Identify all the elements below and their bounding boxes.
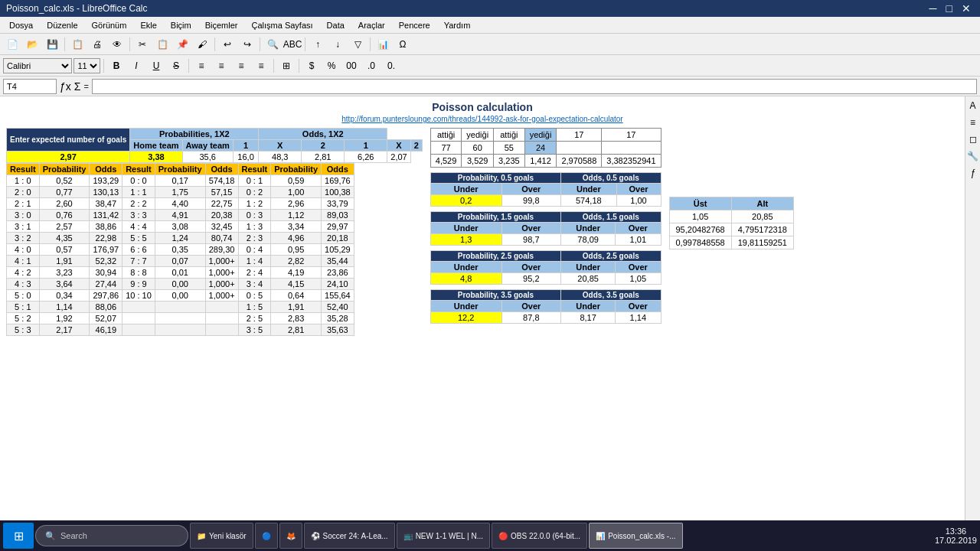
- search-btn[interactable]: 🔍: [263, 36, 282, 53]
- sum-btn[interactable]: Σ: [74, 80, 81, 93]
- menu-bicim[interactable]: Biçim: [165, 19, 198, 31]
- odds-15-over: 1,01: [616, 234, 661, 246]
- minimize-button[interactable]: ─: [926, 2, 940, 15]
- menu-ekle[interactable]: Ekle: [134, 19, 162, 31]
- table-row: 3 : 24,3522,98 5 : 51,2480,74 2 : 34,962…: [7, 233, 354, 244]
- menu-pencere[interactable]: Pencere: [393, 19, 436, 31]
- italic-btn[interactable]: I: [127, 57, 145, 74]
- cell-ref-input[interactable]: [3, 79, 57, 94]
- menu-yardim[interactable]: Yardım: [438, 19, 477, 31]
- save-btn[interactable]: 💾: [43, 36, 61, 53]
- table-row: 2 : 00,77130,13 1 : 11,7557,15 0 : 21,00…: [7, 187, 354, 198]
- over-h3: Over: [501, 223, 561, 234]
- menu-bar: Dosya Düzenle Görünüm Ekle Biçim Biçemle…: [0, 17, 980, 34]
- percent-btn[interactable]: %: [322, 57, 341, 74]
- menu-duzenle[interactable]: Düzenle: [41, 19, 83, 31]
- odds-h3: Odds: [322, 164, 354, 175]
- under-h: Under: [430, 184, 501, 195]
- taskbar-soccer[interactable]: ⚽ Soccer 24: A-Lea...: [304, 523, 395, 549]
- taskbar-obs[interactable]: 🔴 OBS 22.0.0 (64-bit...: [492, 523, 587, 549]
- justify-btn[interactable]: ≡: [252, 57, 270, 74]
- page-link[interactable]: http://forum.punterslounge.com/threads/1…: [6, 115, 959, 123]
- font-size-select[interactable]: 11: [74, 58, 100, 73]
- currency-btn[interactable]: $: [302, 57, 321, 74]
- sep7: [103, 59, 104, 73]
- maximize-button[interactable]: □: [943, 2, 956, 15]
- close-button[interactable]: ✕: [959, 2, 974, 15]
- extra-2-alt: 4,795172318: [731, 223, 793, 236]
- table-row: 1 : 00,52193,29 0 : 00,17574,18 0 : 10,5…: [7, 175, 354, 187]
- underline-btn[interactable]: U: [147, 57, 165, 74]
- filter-btn[interactable]: ▽: [348, 36, 367, 53]
- decimal-inc-btn[interactable]: .0: [362, 57, 381, 74]
- print-btn[interactable]: 🖨: [88, 36, 106, 53]
- sort-desc-btn[interactable]: ↓: [328, 36, 347, 53]
- taskbar-new-1[interactable]: 📺 NEW 1-1 WEL | N...: [397, 523, 490, 549]
- align-right-btn[interactable]: ≡: [232, 57, 250, 74]
- function-wizard-btn[interactable]: ƒx: [60, 80, 71, 93]
- menu-dosya[interactable]: Dosya: [3, 19, 39, 31]
- table-row: 5 : 00,34297,86 10 : 100,001,000+ 0 : 50…: [7, 290, 354, 302]
- under-h7: Under: [430, 301, 501, 312]
- spellcheck-btn[interactable]: ABC: [283, 36, 302, 53]
- bold-btn[interactable]: B: [107, 57, 126, 74]
- under-h3: Under: [430, 223, 501, 234]
- home-value[interactable]: 2,97: [7, 152, 130, 163]
- taskbar-explorer[interactable]: 📁 Yeni klasör: [190, 523, 253, 549]
- menu-calisma[interactable]: Çalışma Sayfası: [246, 19, 319, 31]
- align-left-btn[interactable]: ≡: [192, 57, 211, 74]
- window-controls: ─ □ ✕: [926, 2, 974, 15]
- stat-empty2: [602, 142, 661, 155]
- merge-btn[interactable]: ⊞: [277, 57, 296, 74]
- thousands-btn[interactable]: 00: [342, 57, 361, 74]
- odds-35-title: Odds, 3.5 goals: [561, 290, 661, 301]
- away-value[interactable]: 3,38: [130, 152, 182, 163]
- result-h2: Result: [122, 164, 155, 175]
- open-btn[interactable]: 📂: [23, 36, 41, 53]
- prob-25-title: Probability, 2.5 goals: [430, 251, 560, 262]
- undo-btn[interactable]: ↩: [218, 36, 237, 53]
- prob-table-25: Probability, 2.5 goals Odds, 2.5 goals U…: [430, 250, 662, 285]
- start-button[interactable]: ⊞: [3, 523, 34, 549]
- odds-05-under: 574,18: [561, 195, 616, 207]
- stats-table: attiği yediği attiği yediği 17 17 77 60 …: [430, 128, 662, 168]
- clock-date: 17.02.2019: [935, 536, 977, 545]
- stat-attigi1: attiği: [430, 129, 462, 142]
- copy-btn[interactable]: 📋: [153, 36, 172, 53]
- col1a: 1: [233, 140, 258, 152]
- pdf-btn[interactable]: 📋: [68, 36, 87, 53]
- cut-btn[interactable]: ✂: [133, 36, 152, 53]
- equals-btn[interactable]: =: [83, 82, 88, 91]
- taskbar-libreoffice[interactable]: 📊 Poisson_calc.xls -...: [589, 523, 682, 549]
- oddsX: 6,26: [345, 152, 387, 163]
- decimal-dec-btn[interactable]: 0.: [382, 57, 400, 74]
- sidebar-icon-fx[interactable]: ƒ: [967, 167, 979, 179]
- paste-btn[interactable]: 📌: [173, 36, 191, 53]
- menu-araclar[interactable]: Araçlar: [352, 19, 391, 31]
- sidebar-icon-1[interactable]: A: [967, 99, 979, 112]
- formula-input[interactable]: 24: [92, 79, 977, 94]
- chart-btn[interactable]: 📊: [374, 36, 392, 53]
- menu-bicemler[interactable]: Biçemler: [199, 19, 244, 31]
- taskbar-blue[interactable]: 🔵: [255, 523, 278, 549]
- stat-24[interactable]: 24: [524, 142, 557, 155]
- extra-3-alt: 19,81159251: [731, 236, 793, 249]
- align-center-btn[interactable]: ≡: [212, 57, 230, 74]
- menu-data[interactable]: Data: [321, 19, 351, 31]
- menu-gorunum[interactable]: Görünüm: [86, 19, 133, 31]
- taskbar-search[interactable]: 🔍 Search: [35, 525, 188, 546]
- sidebar-icon-2[interactable]: ≡: [967, 116, 979, 129]
- new-btn[interactable]: 📄: [3, 36, 21, 53]
- special-char-btn[interactable]: Ω: [394, 36, 412, 53]
- taskbar-firefox[interactable]: 🦊: [279, 523, 302, 549]
- font-family-select[interactable]: Calibri: [3, 58, 72, 73]
- sidebar-icon-3[interactable]: ◻: [967, 133, 979, 145]
- prob-25-over: 95,2: [501, 273, 561, 285]
- preview-btn[interactable]: 👁: [108, 36, 126, 53]
- sort-asc-btn[interactable]: ↑: [309, 36, 327, 53]
- sidebar-icon-4[interactable]: 🔧: [967, 150, 979, 162]
- format-btn[interactable]: 🖌: [193, 36, 211, 53]
- redo-btn[interactable]: ↪: [238, 36, 256, 53]
- strikethrough-btn[interactable]: S: [167, 57, 185, 74]
- table-row: 4 : 33,6427,44 9 : 90,001,000+ 3 : 44,15…: [7, 279, 354, 290]
